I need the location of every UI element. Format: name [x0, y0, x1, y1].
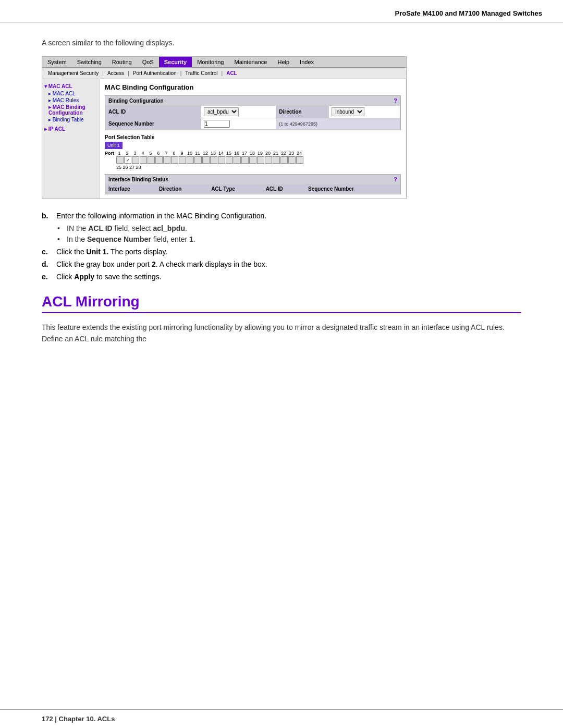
interface-status-help-icon[interactable]: ? — [394, 176, 397, 182]
subnav-traffic-control[interactable]: Traffic Control — [182, 69, 220, 77]
port-num-23: 23 — [288, 151, 295, 156]
nav-bar: System Switching Routing QoS Security Mo… — [42, 57, 406, 68]
port-num-12: 12 — [202, 151, 209, 156]
port-box-12[interactable] — [202, 156, 210, 164]
port-box-11[interactable] — [194, 156, 202, 164]
port-num-18: 18 — [249, 151, 256, 156]
screenshot-box: System Switching Routing QoS Security Mo… — [42, 56, 407, 199]
port-num-8: 8 — [170, 151, 178, 156]
bullet2-text: field, enter — [151, 235, 189, 243]
sequence-label: Sequence Number — [106, 118, 201, 130]
sequence-range: (1 to 4294967295) — [276, 118, 400, 130]
port-box-3[interactable] — [132, 156, 139, 164]
instruction-e-text: Click Apply to save the settings. — [56, 273, 162, 281]
subnav-acl[interactable]: ACL — [224, 69, 240, 77]
port-box-6[interactable] — [155, 156, 163, 164]
sequence-value[interactable] — [201, 118, 276, 130]
intro-text: A screen similar to the following displa… — [42, 39, 521, 47]
port-box-14[interactable] — [218, 156, 225, 164]
nav-monitoring[interactable]: Monitoring — [192, 57, 229, 67]
port-num-11: 11 — [194, 151, 201, 156]
port-box-2[interactable]: ✓ — [124, 156, 131, 164]
port-num-20: 20 — [264, 151, 272, 156]
nav-index[interactable]: Index — [295, 57, 319, 67]
subnav-port-auth[interactable]: Port Authentication — [130, 69, 179, 77]
sidebar-mac-acl-title[interactable]: ▾ MAC ACL — [44, 82, 97, 90]
port-box-16[interactable] — [234, 156, 241, 164]
status-table: Interface Direction ACL Type ACL ID Sequ… — [105, 184, 400, 194]
screenshot-main: ▾ MAC ACL ▸ MAC ACL ▸ MAC Rules ▸ MAC Bi… — [42, 79, 406, 199]
help-icon[interactable]: ? — [394, 97, 397, 104]
direction-value[interactable]: Inbound — [328, 106, 400, 118]
label-d: d. — [42, 260, 56, 268]
bullet2-field: Sequence Number — [87, 235, 151, 243]
port-box-21[interactable] — [273, 156, 280, 164]
port-box-24[interactable] — [296, 156, 303, 164]
sidebar-binding-table[interactable]: ▸ Binding Table — [44, 116, 97, 123]
nav-routing[interactable]: Routing — [107, 57, 137, 67]
port-box-13[interactable] — [210, 156, 217, 164]
bullet-1: IN the ACL ID field, select acl_bpdu. — [57, 224, 521, 232]
sub-nav: Management Security | Access | Port Auth… — [42, 68, 406, 79]
acl-id-row: ACL ID acl_bpdu Direction Inbound — [106, 106, 400, 118]
bullet1-prefix: IN the — [67, 224, 88, 232]
acl-mirroring-body: This feature extends the existing port m… — [42, 322, 521, 345]
nav-system[interactable]: System — [42, 57, 72, 67]
sequence-input[interactable] — [204, 120, 230, 128]
nav-switching[interactable]: Switching — [72, 57, 107, 67]
port-box-10[interactable] — [187, 156, 194, 164]
binding-config-box: Binding Configuration ? ACL ID acl_bpdu … — [105, 95, 401, 130]
nav-maintenance[interactable]: Maintenance — [229, 57, 272, 67]
col-direction: Direction — [156, 184, 209, 194]
port-num-14: 14 — [217, 151, 225, 156]
port-num-7: 7 — [163, 151, 170, 156]
port-box-20[interactable] — [265, 156, 272, 164]
acl-id-select[interactable]: acl_bpdu — [204, 107, 239, 116]
subnav-access[interactable]: Access — [105, 69, 127, 77]
direction-select[interactable]: Inbound — [332, 107, 364, 116]
screenshot-panel: MAC Binding Configuration Binding Config… — [100, 79, 406, 199]
nav-qos[interactable]: QoS — [137, 57, 159, 67]
status-table-header-row: Interface Direction ACL Type ACL ID Sequ… — [106, 184, 400, 194]
port-num-17: 17 — [241, 151, 248, 156]
port-box-19[interactable] — [257, 156, 264, 164]
col-acl-type: ACL Type — [209, 184, 263, 194]
unit-bar[interactable]: Unit 1 — [105, 142, 123, 149]
subnav-management-security[interactable]: Management Security — [45, 69, 101, 77]
port-box-22[interactable] — [280, 156, 288, 164]
port-num-9: 9 — [178, 151, 186, 156]
port-box-23[interactable] — [288, 156, 296, 164]
port-box-4[interactable] — [140, 156, 147, 164]
port-box-1[interactable] — [116, 156, 124, 164]
instruction-c-text: Click the Unit 1. The ports display. — [56, 248, 167, 256]
label-c: c. — [42, 248, 56, 256]
port-box-18[interactable] — [249, 156, 256, 164]
port-box-17[interactable] — [241, 156, 249, 164]
port-box-15[interactable] — [226, 156, 233, 164]
nav-help[interactable]: Help — [272, 57, 295, 67]
port-box-9[interactable] — [179, 156, 186, 164]
sidebar-mac-acl-section: ▾ MAC ACL ▸ MAC ACL ▸ MAC Rules ▸ MAC Bi… — [44, 82, 97, 123]
col-acl-id: ACL ID — [263, 184, 305, 194]
port-box-5[interactable] — [148, 156, 155, 164]
acl-id-label: ACL ID — [106, 106, 201, 118]
sidebar-mac-acl[interactable]: ▸ MAC ACL — [44, 90, 97, 97]
port-num-13: 13 — [210, 151, 217, 156]
sidebar-ip-acl-title[interactable]: ▸ IP ACL — [44, 125, 97, 133]
sidebar-mac-rules[interactable]: ▸ MAC Rules — [44, 97, 97, 104]
bullet1-text: field, select — [113, 224, 153, 232]
instruction-b-block: b. Enter the following information in th… — [42, 212, 521, 220]
footer-text: 172 | Chapter 10. ACLs — [42, 715, 115, 723]
acl-id-value[interactable]: acl_bpdu — [201, 106, 276, 118]
instruction-d-block: d. Click the gray box under port 2. A ch… — [42, 260, 521, 268]
port-num-5: 5 — [147, 151, 154, 156]
port-box-7[interactable] — [163, 156, 170, 164]
port-num-10: 10 — [186, 151, 193, 156]
col-interface: Interface — [106, 184, 156, 194]
sidebar-mac-binding-config[interactable]: ▸ MAC Binding Configuration — [44, 104, 97, 116]
nav-security[interactable]: Security — [159, 57, 192, 67]
bullet1-value: acl_bpdu — [153, 224, 185, 232]
page-footer: 172 | Chapter 10. ACLs — [0, 709, 563, 728]
port-box-8[interactable] — [171, 156, 178, 164]
bullet-2: In the Sequence Number field, enter 1. — [57, 235, 521, 243]
